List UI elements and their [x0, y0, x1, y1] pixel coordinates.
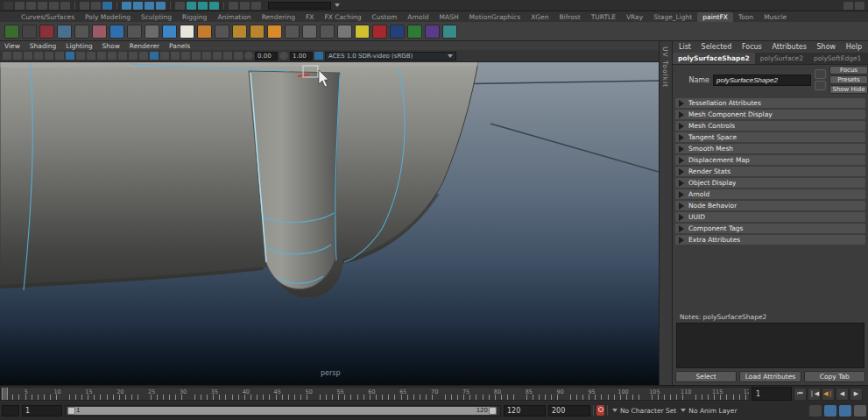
playback-end-field[interactable]: 120	[504, 405, 546, 416]
shelf-button-10[interactable]	[162, 25, 177, 39]
shelf-button-18[interactable]	[302, 25, 317, 39]
shelf-tab-xgen[interactable]: XGen	[526, 12, 554, 22]
expand-arrow-icon[interactable]	[679, 157, 684, 164]
shelf-button-19[interactable]	[320, 25, 335, 39]
expand-arrow-icon[interactable]	[679, 203, 684, 210]
range-slider[interactable]: 1 120	[65, 405, 501, 416]
wireframe-on-shaded-icon[interactable]	[234, 52, 243, 60]
viewport-menu-lighting[interactable]: Lighting	[66, 42, 92, 50]
xray-icon[interactable]	[223, 52, 232, 60]
redo-icon[interactable]	[60, 2, 70, 10]
section-arnold[interactable]: Arnold	[675, 189, 865, 199]
viewport-menu-show[interactable]: Show	[102, 42, 120, 50]
ae-menu-show[interactable]: Show	[817, 43, 836, 51]
lock-camera-icon[interactable]	[13, 52, 22, 60]
shelf-button-1[interactable]	[4, 25, 19, 39]
2d-pan-zoom-icon[interactable]	[55, 52, 64, 60]
input-connections-icon[interactable]	[187, 2, 196, 10]
exposure-field[interactable]: 0.00	[255, 52, 278, 61]
expand-arrow-icon[interactable]	[679, 123, 684, 130]
ae-menu-attributes[interactable]: Attributes	[772, 43, 807, 51]
shelf-button-4[interactable]	[57, 25, 72, 39]
copy-tab-button[interactable]: Copy Tab	[804, 371, 865, 382]
go-to-start-button[interactable]: ⏮	[794, 388, 807, 401]
anim-layer-icon[interactable]	[824, 405, 836, 416]
construction-history-icon[interactable]	[209, 2, 219, 10]
expand-arrow-icon[interactable]	[679, 168, 684, 175]
shelf-button-15[interactable]	[250, 25, 265, 39]
expand-arrow-icon[interactable]	[679, 134, 684, 141]
safe-action-icon[interactable]	[118, 52, 127, 60]
shelf-button-16[interactable]	[267, 25, 282, 39]
shelf-button-6[interactable]	[92, 25, 107, 39]
select-camera-icon[interactable]	[3, 52, 11, 60]
shelf-tab-animation[interactable]: Animation	[212, 12, 256, 22]
chevron-down-icon[interactable]	[335, 4, 340, 7]
shelf-button-23[interactable]	[390, 25, 405, 39]
section-tangent-space[interactable]: Tangent Space	[675, 132, 865, 142]
bookmarks-icon[interactable]	[34, 52, 43, 60]
quick-selection-field[interactable]	[268, 2, 331, 10]
shelf-button-7[interactable]	[109, 25, 124, 39]
section-object-display[interactable]: Object Display	[675, 178, 865, 188]
hud-icon[interactable]	[139, 52, 148, 60]
shelf-button-25[interactable]	[425, 25, 440, 39]
presets-button[interactable]: Presets	[829, 75, 868, 84]
section-displacement-map[interactable]: Displacement Map	[675, 155, 865, 165]
notes-textarea[interactable]	[676, 323, 864, 368]
play-forwards-button[interactable]: ▶	[850, 388, 863, 401]
expand-arrow-icon[interactable]	[679, 237, 684, 244]
show-hide-button[interactable]: Show Hide	[829, 85, 868, 94]
shelf-tab-motiongraphics[interactable]: MotionGraphics	[464, 12, 526, 22]
shelf-button-11[interactable]	[180, 25, 194, 39]
shelf-tab-muscle[interactable]: Muscle	[759, 12, 792, 22]
section-extra-attributes[interactable]: Extra Attributes	[675, 235, 865, 245]
output-connections-icon[interactable]	[198, 2, 208, 10]
render-settings-icon[interactable]	[251, 2, 261, 10]
snap-curve-icon[interactable]	[133, 2, 143, 10]
shadows-icon[interactable]	[171, 52, 180, 60]
ae-tab-polySurface2[interactable]: polySurface2	[755, 53, 808, 64]
shelf-tab-turtle[interactable]: TURTLE	[586, 12, 621, 22]
section-tessellation-attributes[interactable]: Tessellation Attributes	[675, 98, 865, 108]
grid-icon[interactable]	[66, 52, 74, 60]
shelf-button-13[interactable]	[215, 25, 229, 39]
shelf-tab-fx[interactable]: FX	[300, 12, 319, 22]
exposure-icon[interactable]	[244, 52, 253, 60]
shelf-tab-arnold[interactable]: Arnold	[402, 12, 434, 22]
expand-arrow-icon[interactable]	[679, 100, 684, 107]
section-node-behavior[interactable]: Node Behavior	[675, 201, 865, 210]
section-mesh-component-display[interactable]: Mesh Component Display	[675, 110, 865, 119]
anim-end-field[interactable]: 200	[548, 405, 590, 416]
expand-arrow-icon[interactable]	[679, 180, 684, 187]
ao-icon[interactable]	[181, 52, 190, 60]
view-transform-dropdown[interactable]: ACES 1.0 SDR-video (sRGB)	[325, 52, 456, 61]
swatch-icon[interactable]	[815, 69, 826, 79]
time-slider[interactable]: 5101520253035404550556065707580859095100…	[0, 387, 750, 401]
shelf-tab-rigging[interactable]: Rigging	[177, 12, 212, 22]
shelf-tab-bifrost[interactable]: Bifrost	[554, 12, 585, 22]
shelf-button-14[interactable]	[232, 25, 247, 39]
file-save-icon[interactable]	[38, 2, 47, 10]
ipr-render-icon[interactable]	[240, 2, 250, 10]
file-open-icon[interactable]	[26, 2, 36, 10]
snap-point-icon[interactable]	[145, 2, 154, 10]
shelf-button-21[interactable]	[355, 25, 370, 39]
ae-menu-help[interactable]: Help	[846, 43, 862, 51]
shelf-button-3[interactable]	[39, 25, 54, 39]
film-gate-icon[interactable]	[76, 52, 85, 60]
current-time-marker[interactable]	[2, 388, 8, 400]
camera-attributes-icon[interactable]	[24, 52, 32, 60]
shelf-tab-mash[interactable]: MASH	[434, 12, 464, 22]
expand-arrow-icon[interactable]	[679, 146, 684, 153]
motion-blur-icon[interactable]	[192, 52, 201, 60]
collapsed-panel-label[interactable]: UV Toolkit	[661, 46, 669, 88]
shelf-button-20[interactable]	[337, 25, 352, 39]
undo-icon[interactable]	[49, 2, 59, 10]
workspace-icon[interactable]	[843, 2, 853, 10]
shelf-button-24[interactable]	[407, 25, 422, 39]
field-chart-icon[interactable]	[108, 52, 116, 60]
file-new-icon[interactable]	[15, 2, 25, 10]
shelf-tab-paintfx[interactable]: paintFX	[697, 12, 733, 22]
viewport-menu-panels[interactable]: Panels	[169, 42, 190, 50]
